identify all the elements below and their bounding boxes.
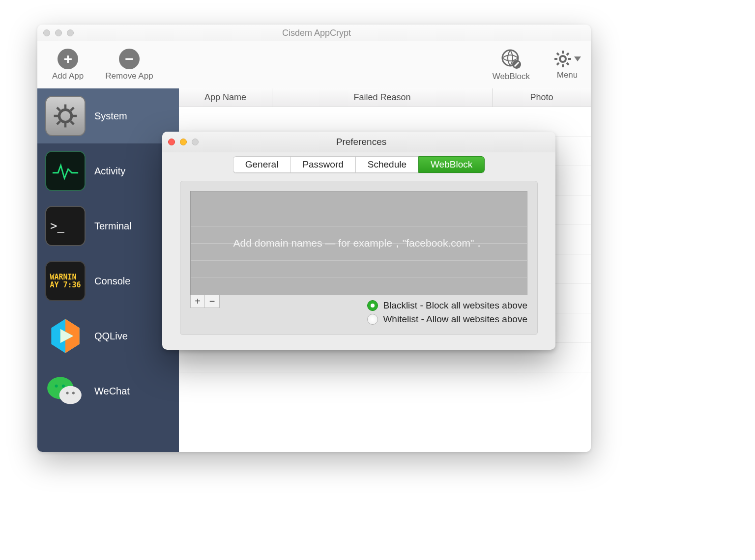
radio-icon (367, 300, 378, 311)
radio-icon (367, 314, 378, 325)
svg-line-19 (71, 108, 74, 111)
close-button[interactable] (43, 29, 50, 36)
sidebar-item-system[interactable]: System (37, 88, 179, 143)
main-traffic-lights (43, 29, 74, 36)
sidebar-item-wechat[interactable]: WeChat (37, 364, 179, 419)
qqlive-icon (45, 316, 86, 356)
svg-line-17 (57, 108, 60, 111)
plus-icon: + (58, 49, 78, 69)
svg-line-18 (71, 121, 74, 124)
pref-close-button[interactable] (168, 139, 175, 145)
radio-whitelist-label: Whitelist - Allow all websites above (383, 314, 527, 325)
sidebar-item-qqlive[interactable]: QQLive (37, 308, 179, 364)
minus-icon: − (119, 49, 140, 69)
sidebar: System Activity >_ Terminal WARNIN AY 7:… (37, 88, 179, 452)
sidebar-item-label: QQLive (94, 331, 128, 342)
svg-point-12 (59, 110, 71, 122)
minimize-button[interactable] (55, 29, 62, 36)
sidebar-item-label: WeChat (94, 386, 130, 397)
menu-label: Menu (557, 70, 578, 80)
window-title: Cisdem AppCrypt (74, 28, 559, 38)
list-mode-group: Blacklist - Block all websites above Whi… (367, 297, 527, 328)
svg-line-20 (57, 121, 60, 124)
tab-schedule[interactable]: Schedule (355, 156, 418, 173)
pref-zoom-button[interactable] (192, 139, 199, 145)
svg-line-9 (567, 63, 569, 65)
radio-whitelist[interactable]: Whitelist - Allow all websites above (367, 314, 527, 325)
remove-app-button[interactable]: − Remove App (105, 49, 153, 81)
wechat-icon (45, 371, 86, 411)
sidebar-item-label: Console (94, 276, 130, 287)
main-titlebar: Cisdem AppCrypt (37, 25, 591, 41)
add-domain-button[interactable]: + (190, 295, 205, 308)
column-header-row: App Name Failed Reason Photo (179, 88, 591, 107)
svg-point-26 (72, 392, 75, 394)
add-app-button[interactable]: + Add App (52, 49, 84, 81)
tab-webblock[interactable]: WebBlock (418, 156, 485, 173)
toolbar: + Add App − Remove App WebBlock (37, 41, 591, 88)
col-app-name[interactable]: App Name (179, 88, 272, 107)
webblock-panel: Add domain names — for example，"facebook… (180, 181, 538, 335)
webblock-button[interactable]: WebBlock (493, 48, 530, 82)
terminal-icon: >_ (45, 206, 86, 246)
preferences-titlebar: Preferences (162, 132, 555, 152)
sidebar-item-activity[interactable]: Activity (37, 143, 179, 198)
svg-point-22 (59, 386, 82, 404)
tab-password[interactable]: Password (290, 156, 355, 173)
col-failed-reason[interactable]: Failed Reason (272, 88, 493, 107)
domain-list[interactable]: Add domain names — for example，"facebook… (190, 191, 527, 295)
svg-point-23 (55, 385, 58, 388)
svg-point-24 (62, 385, 65, 388)
remove-app-label: Remove App (105, 71, 153, 81)
pref-minimize-button[interactable] (180, 139, 187, 145)
console-icon: WARNIN AY 7:36 (45, 261, 86, 301)
radio-blacklist[interactable]: Blacklist - Block all websites above (367, 300, 527, 311)
sidebar-item-label: System (94, 111, 127, 122)
activity-monitor-icon (45, 151, 86, 191)
radio-blacklist-label: Blacklist - Block all websites above (383, 300, 527, 311)
sidebar-item-console[interactable]: WARNIN AY 7:36 Console (37, 253, 179, 308)
domain-placeholder: Add domain names — for example，"facebook… (191, 192, 527, 295)
webblock-label: WebBlock (493, 72, 530, 82)
svg-line-8 (557, 53, 559, 55)
col-photo[interactable]: Photo (493, 88, 591, 107)
sidebar-item-label: Activity (94, 166, 125, 177)
preferences-title: Preferences (199, 137, 524, 147)
system-preferences-icon (45, 96, 86, 136)
zoom-button[interactable] (67, 29, 74, 36)
menu-button[interactable]: Menu (553, 50, 581, 80)
gear-icon (553, 50, 572, 68)
svg-point-3 (560, 56, 566, 62)
sidebar-item-label: Terminal (94, 221, 132, 232)
sidebar-item-terminal[interactable]: >_ Terminal (37, 198, 179, 253)
svg-line-10 (567, 53, 569, 55)
add-app-label: Add App (52, 71, 84, 81)
preferences-tabs: General Password Schedule WebBlock (162, 152, 555, 181)
remove-domain-button[interactable]: − (205, 295, 220, 308)
svg-point-25 (66, 392, 69, 394)
globe-block-icon (500, 48, 522, 70)
chevron-down-icon (574, 56, 581, 61)
svg-line-11 (557, 63, 559, 65)
tab-general[interactable]: General (233, 156, 290, 173)
preferences-window: Preferences General Password Schedule We… (162, 132, 555, 350)
